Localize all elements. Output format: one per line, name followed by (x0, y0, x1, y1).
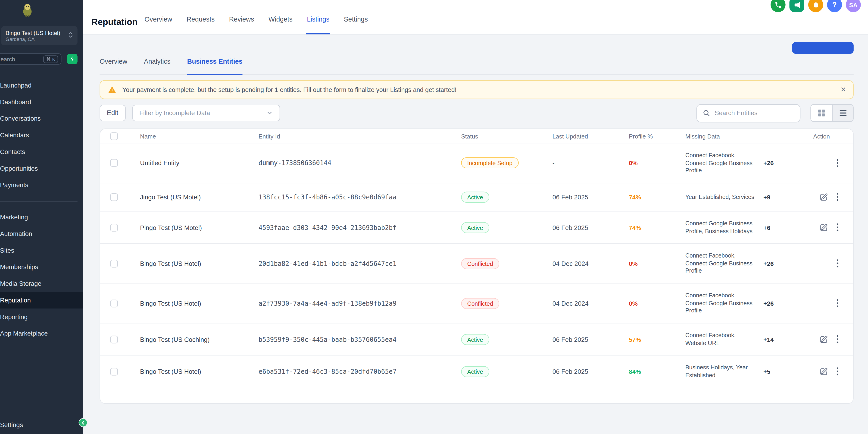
entity-search-input[interactable] (715, 110, 787, 116)
sidebar-item-settings[interactable]: Settings (0, 422, 23, 428)
kebab-menu-icon (837, 159, 839, 167)
sidebar-item-automation[interactable]: Automation (0, 225, 83, 242)
quick-actions-button[interactable] (67, 54, 77, 64)
missing-more-count[interactable]: +9 (764, 194, 770, 201)
row-checkbox[interactable] (110, 193, 118, 201)
row-menu-button[interactable] (837, 368, 839, 376)
table-row: Jingo Test (US Motel) 138fcc15-fc3f-4b86… (100, 183, 853, 211)
sidebar-item-app-marketplace[interactable]: App Marketplace (0, 325, 83, 342)
megaphone-icon (793, 1, 801, 8)
last-updated: 06 Feb 2025 (553, 224, 629, 231)
row-menu-button[interactable] (837, 335, 839, 343)
column-header-last-updated: Last Updated (553, 133, 629, 139)
sidebar-search-input[interactable]: earch ⌘ K (0, 53, 61, 65)
last-updated: 04 Dec 2024 (553, 260, 629, 267)
tab-reviews[interactable]: Reviews (228, 16, 255, 34)
select-all-checkbox[interactable] (110, 132, 118, 140)
help-button[interactable]: ? (827, 0, 842, 12)
sidebar-item-reputation[interactable]: Reputation (0, 292, 83, 309)
profile-percent: 0% (629, 160, 685, 167)
column-header-profile-: Profile % (629, 133, 685, 139)
sidebar-item-memberships[interactable]: Memberships (0, 259, 83, 276)
subtab-analytics[interactable]: Analytics (144, 58, 170, 75)
user-avatar[interactable]: SA (846, 0, 861, 12)
missing-more-count[interactable]: +26 (764, 160, 774, 167)
table-footer (100, 388, 853, 403)
row-menu-button[interactable] (837, 193, 839, 201)
sidebar-item-marketing[interactable]: Marketing (0, 209, 83, 226)
sidebar-item-sites[interactable]: Sites (0, 242, 83, 259)
missing-data-text: Connect Facebook, Connect Google Busines… (685, 252, 758, 275)
row-menu-button[interactable] (837, 223, 839, 232)
row-menu-button[interactable] (837, 299, 839, 308)
subtab-overview[interactable]: Overview (99, 58, 127, 75)
last-updated: 06 Feb 2025 (553, 194, 629, 201)
missing-more-count[interactable]: +5 (764, 368, 770, 375)
table-row: Bingo Test (US Hotel) 20d1ba82-41ed-41b1… (100, 244, 853, 284)
filter-dropdown[interactable]: Filter by Incomplete Data (132, 105, 280, 121)
edit-button[interactable] (820, 193, 828, 201)
row-menu-button[interactable] (837, 259, 839, 268)
sidebar-item-launchpad[interactable]: Launchpad (0, 77, 83, 93)
tab-listings[interactable]: Listings (306, 16, 330, 34)
row-checkbox[interactable] (110, 299, 118, 307)
sidebar-collapse-button[interactable] (79, 418, 88, 427)
sidebar-item-contacts[interactable]: Contacts (0, 143, 83, 160)
edit-button[interactable] (820, 223, 828, 232)
sidebar-item-calendars[interactable]: Calendars (0, 127, 83, 144)
sidebar-nav: LaunchpadDashboardConversationsCalendars… (0, 77, 83, 342)
tab-settings[interactable]: Settings (343, 16, 368, 34)
list-icon (839, 109, 846, 117)
edit-button[interactable]: Edit (99, 105, 125, 121)
keyboard-shortcut-badge: ⌘ K (43, 55, 58, 63)
primary-action-button[interactable] (792, 42, 854, 54)
table-row: Bingo Test (US Hotel) a2f73930-7a4a-44e4… (100, 284, 853, 323)
missing-data-text: Connect Google Business Profile, Busines… (685, 220, 758, 235)
row-checkbox[interactable] (110, 336, 118, 343)
row-checkbox[interactable] (110, 159, 118, 167)
missing-more-count[interactable]: +26 (764, 300, 774, 307)
top-bar: Reputation OverviewRequestsReviewsWidget… (83, 0, 868, 35)
edit-button[interactable] (820, 335, 828, 343)
kebab-menu-icon (837, 193, 839, 201)
missing-data-text: Business Holidays, Year Established (685, 364, 758, 379)
alert-close-icon[interactable]: × (841, 85, 846, 94)
entities-table: NameEntity IdStatusLast UpdatedProfile %… (99, 128, 854, 404)
missing-more-count[interactable]: +6 (764, 224, 770, 231)
sidebar-item-conversations[interactable]: Conversations (0, 110, 83, 127)
sidebar-nav-bottom: MarketingAutomationSitesMembershipsMedia… (0, 209, 83, 342)
row-checkbox[interactable] (110, 260, 118, 267)
row-checkbox[interactable] (110, 368, 118, 375)
bell-icon (812, 1, 819, 8)
missing-more-count[interactable]: +26 (764, 260, 774, 267)
missing-data-text: Connect Facebook, Connect Google Busines… (685, 292, 758, 315)
sidebar-item-reporting[interactable]: Reporting (0, 309, 83, 325)
sidebar-item-media-storage[interactable]: Media Storage (0, 276, 83, 292)
sidebar-item-opportunities[interactable]: Opportunities (0, 160, 83, 177)
tab-overview[interactable]: Overview (144, 16, 173, 34)
status-badge: Conflicted (461, 298, 499, 309)
grid-view-button[interactable] (811, 105, 832, 121)
payment-pending-alert: Your payment is complete, but the setup … (99, 80, 854, 99)
kebab-menu-icon (837, 223, 839, 232)
table-header-row: NameEntity IdStatusLast UpdatedProfile %… (100, 129, 853, 143)
notifications-button[interactable] (808, 0, 823, 12)
phone-button[interactable] (771, 0, 785, 12)
column-header-entity-id: Entity Id (258, 133, 461, 139)
tab-requests[interactable]: Requests (186, 16, 215, 34)
subtab-business-entities[interactable]: Business Entities (187, 58, 242, 75)
sidebar-item-payments[interactable]: Payments (0, 177, 83, 193)
list-view-button[interactable] (832, 105, 853, 121)
sidebar-item-dashboard[interactable]: Dashboard (0, 93, 83, 110)
edit-button[interactable] (820, 368, 828, 376)
account-switcher[interactable]: Bingo Test (US Hotel) Gardena, CA (1, 26, 78, 46)
grid-icon (817, 109, 825, 117)
avatar-initials: SA (849, 1, 857, 8)
announcements-button[interactable] (789, 0, 804, 12)
missing-more-count[interactable]: +14 (764, 336, 774, 343)
main-area: Reputation OverviewRequestsReviewsWidget… (83, 0, 868, 434)
chevron-down-icon (266, 110, 273, 116)
tab-widgets[interactable]: Widgets (268, 16, 293, 34)
row-checkbox[interactable] (110, 224, 118, 231)
row-menu-button[interactable] (837, 159, 839, 167)
